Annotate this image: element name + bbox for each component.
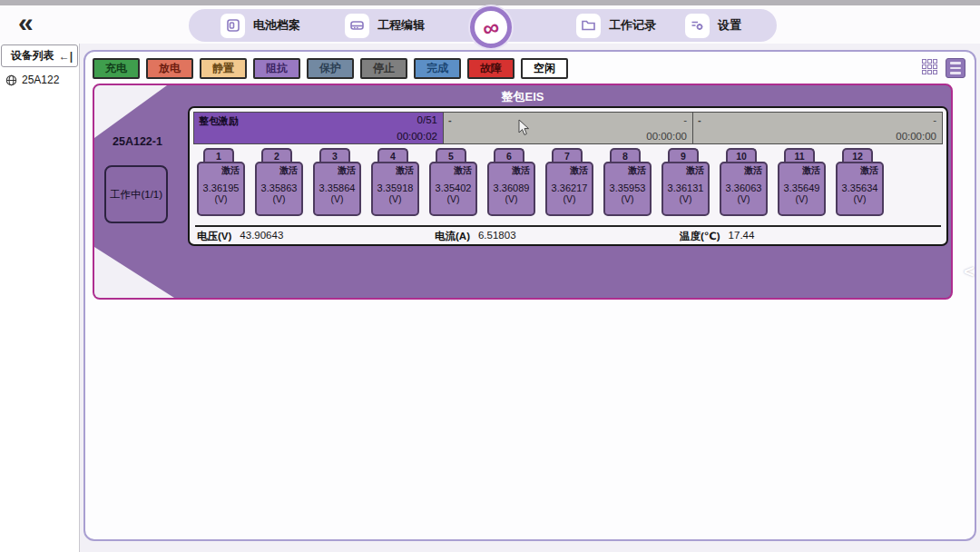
battery-cell[interactable]: 5 激活 3.35402 (V) [429,148,477,216]
cell-status: 激活 [431,163,475,177]
back-collapse-icon[interactable]: « [18,7,32,38]
cell-voltage: 3.35953 [605,182,650,193]
pack-stats: 电压(V) 43.90643 电流(A) 6.51803 温度(℃) 17.44 [197,230,941,243]
cell-number: 7 [552,148,583,163]
app-logo[interactable]: ∞ [470,6,512,48]
cell-voltage-unit: (V) [489,193,534,204]
nav-battery-archive[interactable]: 电池档案 [220,13,300,38]
status-impedance[interactable]: 阻抗 [253,58,300,79]
nav-project-edit[interactable]: 工程编辑 [345,13,425,38]
voltage-value: 43.90643 [240,230,283,243]
cell-number: 1 [203,148,234,163]
cell-number: 6 [494,148,524,163]
cell-voltage-unit: (V) [315,193,359,204]
progress-segment-idle[interactable]: - - 00:00:00 [693,112,943,144]
cell-status: 激活 [605,163,650,177]
cell-status: 激活 [547,163,592,177]
sidebar-title: 设备列表 [11,48,54,64]
status-legend: 充电 放电 静置 阻抗 保护 停止 完成 故障 空闲 [93,58,568,79]
device-list-sidebar: 设备列表 ←| 25A122 [0,44,80,552]
voltage-label: 电压(V) [197,230,231,243]
battery-cell[interactable]: 7 激活 3.36217 (V) [545,148,593,216]
grid-view-icon[interactable] [922,59,940,77]
card-title: 整包EIS [94,89,951,105]
progress-segment-idle[interactable]: - - 00:00:00 [444,112,693,144]
device-globe-icon [5,74,17,86]
cell-voltage: 3.36063 [721,182,766,193]
battery-cell[interactable]: 1 激活 3.36195 (V) [197,148,245,216]
status-rest[interactable]: 静置 [200,58,247,79]
status-charge[interactable]: 充电 [93,58,140,79]
nav-label: 设置 [718,17,741,34]
nav-label: 电池档案 [253,17,300,34]
cell-status: 激活 [489,163,534,177]
nav-work-records[interactable]: 工作记录 [576,13,656,38]
cell-voltage: 3.36217 [547,182,592,193]
cell-number: 11 [784,148,815,163]
battery-cell[interactable]: 10 激活 3.36063 (V) [720,148,768,216]
status-discharge[interactable]: 放电 [146,58,193,79]
status-complete[interactable]: 完成 [414,58,461,79]
battery-cell[interactable]: 11 激活 3.35649 (V) [778,148,826,216]
status-protect[interactable]: 保护 [307,58,354,79]
status-stop[interactable]: 停止 [360,58,407,79]
cell-voltage-unit: (V) [838,193,882,204]
cell-status: 激活 [199,163,243,177]
cell-voltage: 3.35863 [257,182,301,193]
list-view-icon[interactable] [946,58,965,78]
battery-cell[interactable]: 3 激活 3.35864 (V) [313,148,361,216]
temperature-label: 温度(℃) [680,230,720,243]
cell-voltage: 3.35649 [779,182,824,193]
status-idle[interactable]: 空闲 [521,58,568,79]
progress-step-name: 整包激励 [199,114,239,128]
logo-infinity-icon: ∞ [481,15,502,40]
sidebar-header: 设备列表 ←| [1,44,78,67]
cell-voltage-unit: (V) [721,193,766,204]
cell-voltage: 3.35918 [373,182,417,193]
battery-cell[interactable]: 8 激活 3.35953 (V) [603,148,652,216]
status-fault[interactable]: 故障 [467,58,514,79]
cell-number: 2 [261,148,292,163]
cell-voltage-unit: (V) [431,193,475,204]
cell-voltage: 3.36195 [199,182,243,193]
nav-label: 工作记录 [609,17,656,34]
cell-number: 12 [842,148,873,163]
progress-step-name: - [448,114,452,125]
folder-icon [576,14,601,38]
battery-cell[interactable]: 4 激活 3.35918 (V) [371,148,419,216]
progress-bar: 整包激励 0/51 00:00:02 - - 00:00:00 - - 00:0… [193,112,943,144]
progress-step-time: 00:00:00 [646,131,687,142]
cell-voltage: 3.36089 [489,182,534,193]
topbar: « 电池档案 工程编辑 ∞ 工作记录 设置 [0,5,980,44]
collapse-sidebar-icon[interactable]: ←| [59,50,73,63]
battery-archive-icon [220,14,245,38]
current-label: 电流(A) [435,230,470,243]
cell-status: 激活 [779,163,824,177]
main-nav: 电池档案 工程编辑 ∞ 工作记录 设置 [189,9,777,42]
card-inner-panel: 整包激励 0/51 00:00:02 - - 00:00:00 - - 00:0… [188,106,948,246]
nav-settings[interactable]: 设置 [685,13,741,38]
battery-cell[interactable]: 9 激活 3.36131 (V) [662,148,710,216]
working-state-button[interactable]: 工作中(1/1) [104,165,168,223]
cell-number: 10 [726,148,757,163]
cell-voltage: 3.36131 [663,182,708,193]
temperature-value: 17.44 [729,230,755,243]
device-card[interactable]: 整包EIS 25A122-1 工作中(1/1) 整包激励 0/51 00:00:… [93,84,953,300]
battery-cell[interactable]: 12 激活 3.35634 (V) [836,148,884,216]
battery-cell[interactable]: 2 激活 3.35863 (V) [255,148,303,216]
cell-voltage-unit: (V) [199,193,243,204]
progress-step-count: - [683,114,687,125]
progress-step-count: 0/51 [417,114,437,125]
cell-voltage-unit: (V) [605,193,650,204]
sidebar-item-device[interactable]: 25A122 [0,67,79,93]
cell-voltage-unit: (V) [779,193,824,204]
progress-segment-active[interactable]: 整包激励 0/51 00:00:02 [193,112,444,144]
cell-number: 9 [668,148,699,163]
stats-divider [195,225,941,227]
cell-voltage-unit: (V) [257,193,301,204]
progress-step-time: 00:00:00 [896,131,936,142]
battery-cell[interactable]: 6 激活 3.36089 (V) [487,148,535,216]
left-chevron-icon[interactable]: < [964,261,975,282]
view-toggles [922,58,965,78]
project-edit-icon [345,14,369,38]
